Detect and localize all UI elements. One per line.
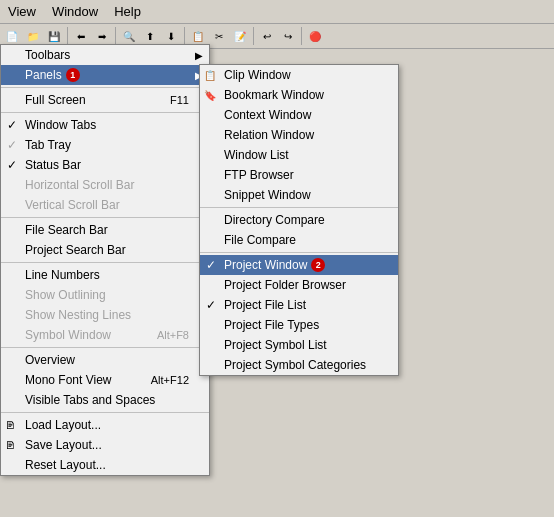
savelayout-icon: 🖹	[5, 440, 15, 451]
panels-item-windowlist[interactable]: Window List	[200, 145, 398, 165]
menu-item-loadlayout[interactable]: 🖹 Load Layout...	[1, 415, 209, 435]
tb-separator-4	[253, 27, 254, 45]
statusbar-check: ✓	[7, 158, 17, 172]
menu-help[interactable]: Help	[106, 2, 149, 21]
panels-item-ftpbrowser[interactable]: FTP Browser	[200, 165, 398, 185]
sep3	[1, 217, 209, 218]
panels-item-snippetwindow[interactable]: Snippet Window	[200, 185, 398, 205]
clipwindow-icon: 📋	[204, 70, 216, 81]
tabtray-label: Tab Tray	[25, 138, 71, 152]
sep2	[1, 112, 209, 113]
menu-item-showoutlining[interactable]: Show Outlining	[1, 285, 209, 305]
projectwindow-label: Project Window	[224, 258, 307, 272]
panels-item-filecompare[interactable]: File Compare	[200, 230, 398, 250]
menu-item-vscrollbar[interactable]: Vertical Scroll Bar	[1, 195, 209, 215]
linenumbers-label: Line Numbers	[25, 268, 100, 282]
menu-item-resetlayout[interactable]: Reset Layout...	[1, 455, 209, 475]
directorycompare-label: Directory Compare	[224, 213, 325, 227]
snippetwindow-label: Snippet Window	[224, 188, 311, 202]
view-menu-panel: Toolbars ▶ Panels ▶ 1 Full Screen F11 ✓ …	[0, 44, 210, 476]
sep4	[1, 262, 209, 263]
panels-badge: 1	[66, 68, 80, 82]
tb-icon-3[interactable]: 💾	[44, 26, 64, 46]
tb-icon-10[interactable]: ✂	[209, 26, 229, 46]
ftpbrowser-label: FTP Browser	[224, 168, 294, 182]
tabtray-check: ✓	[7, 138, 17, 152]
panels-item-directorycompare[interactable]: Directory Compare	[200, 210, 398, 230]
bookmarkwindow-icon: 🔖	[204, 90, 216, 101]
showoutlining-label: Show Outlining	[25, 288, 106, 302]
menu-item-overview[interactable]: Overview	[1, 350, 209, 370]
panels-sep1	[200, 207, 398, 208]
projectsymbollist-label: Project Symbol List	[224, 338, 327, 352]
toolbars-arrow: ▶	[195, 50, 203, 61]
monofont-label: Mono Font View	[25, 373, 112, 387]
panels-item-projectsymbollist[interactable]: Project Symbol List	[200, 335, 398, 355]
menu-item-hscrollbar[interactable]: Horizontal Scroll Bar	[1, 175, 209, 195]
panels-item-projectfiletypes[interactable]: Project File Types	[200, 315, 398, 335]
panels-item-projectsymbolcategories[interactable]: Project Symbol Categories	[200, 355, 398, 375]
windowlist-label: Window List	[224, 148, 289, 162]
menu-item-projectsearchbar[interactable]: Project Search Bar	[1, 240, 209, 260]
symbolwindow-label: Symbol Window	[25, 328, 111, 342]
tb-icon-14[interactable]: 🔴	[305, 26, 325, 46]
contextwindow-label: Context Window	[224, 108, 311, 122]
tb-icon-9[interactable]: 📋	[188, 26, 208, 46]
tb-icon-1[interactable]: 📄	[2, 26, 22, 46]
vscrollbar-label: Vertical Scroll Bar	[25, 198, 120, 212]
tb-separator-3	[184, 27, 185, 45]
menu-item-panels[interactable]: Panels ▶ 1	[1, 65, 209, 85]
tb-separator-5	[301, 27, 302, 45]
menu-item-toolbars[interactable]: Toolbars ▶	[1, 45, 209, 65]
tb-icon-12[interactable]: ↩	[257, 26, 277, 46]
loadlayout-label: Load Layout...	[25, 418, 101, 432]
menu-item-filesearchbar[interactable]: File Search Bar	[1, 220, 209, 240]
toolbars-label: Toolbars	[25, 48, 70, 62]
sep1	[1, 87, 209, 88]
menu-item-windowtabs[interactable]: ✓ Window Tabs	[1, 115, 209, 135]
menu-window[interactable]: Window	[44, 2, 106, 21]
tb-icon-13[interactable]: ↪	[278, 26, 298, 46]
menu-item-linenumbers[interactable]: Line Numbers	[1, 265, 209, 285]
panels-item-bookmarkwindow[interactable]: 🔖 Bookmark Window	[200, 85, 398, 105]
windowtabs-check: ✓	[7, 118, 17, 132]
tb-icon-7[interactable]: ⬆	[140, 26, 160, 46]
loadlayout-icon: 🖹	[5, 420, 15, 431]
tb-separator-2	[115, 27, 116, 45]
menu-item-fullscreen[interactable]: Full Screen F11	[1, 90, 209, 110]
tb-icon-8[interactable]: ⬇	[161, 26, 181, 46]
panels-item-projectwindow[interactable]: ✓ Project Window 2	[200, 255, 398, 275]
menu-item-shownestinglines[interactable]: Show Nesting Lines	[1, 305, 209, 325]
tb-icon-5[interactable]: ➡	[92, 26, 112, 46]
tb-icon-6[interactable]: 🔍	[119, 26, 139, 46]
projectfiletypes-label: Project File Types	[224, 318, 319, 332]
menu-item-visibletabs[interactable]: Visible Tabs and Spaces	[1, 390, 209, 410]
menu-item-statusbar[interactable]: ✓ Status Bar	[1, 155, 209, 175]
panels-item-contextwindow[interactable]: Context Window	[200, 105, 398, 125]
projectfilelist-check: ✓	[206, 298, 216, 312]
resetlayout-label: Reset Layout...	[25, 458, 106, 472]
panels-item-projectfilelist[interactable]: ✓ Project File List	[200, 295, 398, 315]
menu-item-symbolwindow[interactable]: Symbol Window Alt+F8	[1, 325, 209, 345]
panels-item-relationwindow[interactable]: Relation Window	[200, 125, 398, 145]
statusbar-label: Status Bar	[25, 158, 81, 172]
tb-icon-11[interactable]: 📝	[230, 26, 250, 46]
hscrollbar-label: Horizontal Scroll Bar	[25, 178, 134, 192]
menu-item-savelayout[interactable]: 🖹 Save Layout...	[1, 435, 209, 455]
menu-item-tabtray[interactable]: ✓ Tab Tray	[1, 135, 209, 155]
panels-item-projectfolderbrowser[interactable]: Project Folder Browser	[200, 275, 398, 295]
tb-icon-2[interactable]: 📁	[23, 26, 43, 46]
menu-item-monofont[interactable]: Mono Font View Alt+F12	[1, 370, 209, 390]
projectfolderbrowser-label: Project Folder Browser	[224, 278, 346, 292]
projectfilelist-label: Project File List	[224, 298, 306, 312]
visibletabs-label: Visible Tabs and Spaces	[25, 393, 155, 407]
bookmarkwindow-label: Bookmark Window	[224, 88, 324, 102]
filesearchbar-label: File Search Bar	[25, 223, 108, 237]
tb-icon-4[interactable]: ⬅	[71, 26, 91, 46]
menu-view[interactable]: View	[0, 2, 44, 21]
filecompare-label: File Compare	[224, 233, 296, 247]
sep6	[1, 412, 209, 413]
panels-label: Panels	[25, 68, 62, 82]
panels-item-clipwindow[interactable]: 📋 Clip Window	[200, 65, 398, 85]
sep5	[1, 347, 209, 348]
